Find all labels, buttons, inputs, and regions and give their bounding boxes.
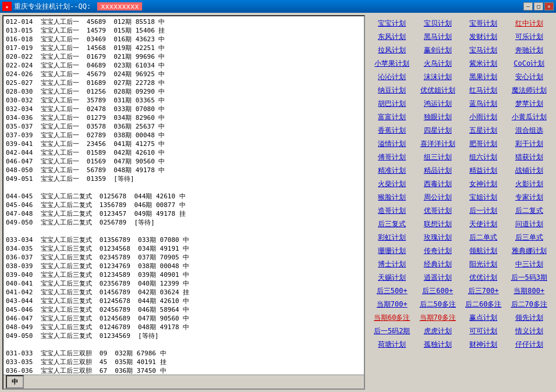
link-item[interactable]: 蓝鸟计划: [461, 98, 506, 110]
link-item[interactable]: 荷塘计划: [370, 338, 415, 351]
link-item[interactable]: 传奇计划: [416, 245, 461, 257]
link-item[interactable]: 彩干计划: [507, 138, 552, 150]
link-item[interactable]: 财神计划: [461, 338, 506, 351]
link-item[interactable]: CoCo计划: [507, 58, 552, 70]
link-item[interactable]: 东风计划: [370, 31, 415, 43]
link-item[interactable]: 红中计划: [507, 17, 552, 30]
link-item[interactable]: 虎虎计划: [416, 325, 461, 337]
link-item[interactable]: 组三计划: [416, 151, 461, 163]
link-item[interactable]: 天赐计划: [370, 272, 415, 284]
link-item[interactable]: 溢情计划: [370, 138, 415, 150]
link-item[interactable]: 混合组选: [507, 124, 552, 137]
link-item[interactable]: 后二单式: [461, 231, 506, 244]
link-item[interactable]: 后一5码2期: [370, 325, 415, 337]
maximize-button[interactable]: □: [534, 2, 543, 10]
link-item[interactable]: 领先计划: [507, 312, 552, 324]
link-item[interactable]: 奔驰计划: [507, 44, 552, 56]
link-item[interactable]: 纳豆计划: [370, 84, 415, 97]
link-item[interactable]: 小苹果计划: [370, 58, 415, 70]
link-item[interactable]: 领航计划: [461, 245, 506, 257]
link-item[interactable]: 精准计划: [370, 165, 415, 177]
link-item[interactable]: 富富计划: [370, 111, 415, 123]
link-item[interactable]: 安心计划: [507, 71, 552, 83]
link-item[interactable]: 鸿运计划: [416, 98, 461, 110]
link-item[interactable]: 宝姐计划: [461, 191, 506, 204]
link-item[interactable]: 优优计划: [461, 272, 506, 284]
link-item[interactable]: 西毒计划: [416, 178, 461, 190]
link-item[interactable]: 当期800+: [507, 285, 552, 297]
link-item[interactable]: 小雨计划: [461, 111, 506, 123]
link-item[interactable]: 孤独计划: [416, 338, 461, 351]
link-item[interactable]: 仔仔计划: [507, 338, 552, 351]
link-item[interactable]: 红马计划: [461, 84, 506, 97]
link-item[interactable]: 宝哥计划: [461, 17, 506, 30]
link-item[interactable]: 猴脸计划: [370, 191, 415, 204]
link-item[interactable]: 梦苹计划: [507, 98, 552, 110]
link-item[interactable]: 后二70多注: [507, 298, 552, 311]
link-item[interactable]: 五星计划: [461, 124, 506, 137]
link-item[interactable]: 拉风计划: [370, 44, 415, 56]
link-item[interactable]: 火影计划: [507, 178, 552, 190]
link-item[interactable]: 当期60多注: [370, 312, 415, 324]
link-item[interactable]: 紫米计划: [461, 58, 506, 70]
link-item[interactable]: 后一5码3期: [507, 272, 552, 284]
link-item[interactable]: 后三700+: [461, 285, 506, 297]
link-item[interactable]: 赢点计划: [461, 312, 506, 324]
link-item[interactable]: 优哥计划: [416, 205, 461, 217]
link-item[interactable]: 雅典娜计划: [507, 245, 552, 257]
link-item[interactable]: 后三500+: [370, 285, 415, 297]
left-scroll-area[interactable]: 012-014 宝宝人工后一 45689 012期 85518 中 013-01…: [3, 16, 364, 375]
link-item[interactable]: 小黄瓜计划: [507, 111, 552, 123]
link-item[interactable]: 魔法师计划: [507, 84, 552, 97]
link-item[interactable]: 四星计划: [416, 124, 461, 137]
minimize-button[interactable]: —: [523, 2, 533, 10]
link-item[interactable]: 肥哥计划: [461, 138, 506, 150]
link-item[interactable]: 精益计划: [461, 165, 506, 177]
link-item[interactable]: 后三复式: [370, 218, 415, 230]
link-item[interactable]: 联想计划: [416, 218, 461, 230]
link-item[interactable]: 黑果计划: [461, 71, 506, 83]
close-button[interactable]: ✕: [544, 2, 554, 10]
link-item[interactable]: 造哥计划: [370, 205, 415, 217]
link-item[interactable]: 当期70多注: [416, 312, 461, 324]
link-item[interactable]: 火柴计划: [370, 178, 415, 190]
link-item[interactable]: 傅哥计划: [370, 151, 415, 163]
link-item[interactable]: 宝贝计划: [416, 17, 461, 30]
link-item[interactable]: 喜洋洋计划: [416, 138, 461, 150]
link-item[interactable]: 专家计划: [507, 191, 552, 204]
link-item[interactable]: 发财计划: [461, 31, 506, 43]
link-item[interactable]: 后二60多注: [461, 298, 506, 311]
link-item[interactable]: 女神计划: [461, 178, 506, 190]
link-item[interactable]: 经典计划: [416, 258, 461, 270]
link-item[interactable]: 当期700+: [370, 298, 415, 311]
link-item[interactable]: 逍遥计划: [416, 272, 461, 284]
link-item[interactable]: 宝宝计划: [370, 17, 415, 30]
link-item[interactable]: 香蕉计划: [370, 124, 415, 137]
link-item[interactable]: 情义计划: [507, 325, 552, 337]
link-item[interactable]: 后三单式: [507, 231, 552, 244]
link-item[interactable]: 赢剑计划: [416, 44, 461, 56]
link-item[interactable]: 沁沁计划: [370, 71, 415, 83]
link-item[interactable]: 组六计划: [461, 151, 506, 163]
link-item[interactable]: 中三计划: [507, 258, 552, 270]
link-item[interactable]: 后二复式: [507, 205, 552, 217]
link-item[interactable]: 战铺计划: [507, 165, 552, 177]
link-item[interactable]: 玫瑰计划: [416, 231, 461, 244]
link-item[interactable]: 问道计划: [507, 218, 552, 230]
link-item[interactable]: 天使计划: [461, 218, 506, 230]
link-item[interactable]: 胡巴计划: [370, 98, 415, 110]
link-item[interactable]: 彩虹计划: [370, 231, 415, 244]
link-item[interactable]: 周公计划: [416, 191, 461, 204]
link-item[interactable]: 沫沫计划: [416, 71, 461, 83]
link-item[interactable]: 珊珊计划: [370, 245, 415, 257]
link-item[interactable]: 独眼计划: [416, 111, 461, 123]
link-item[interactable]: 后二50多注: [416, 298, 461, 311]
link-item[interactable]: 黑马计划: [416, 31, 461, 43]
link-item[interactable]: 可乐计划: [507, 31, 552, 43]
link-item[interactable]: 博士计划: [370, 258, 415, 270]
link-item[interactable]: 后三600+: [416, 285, 461, 297]
link-item[interactable]: 优优姐计划: [416, 84, 461, 97]
link-item[interactable]: 宝马计划: [461, 44, 506, 56]
link-item[interactable]: 猎获计划: [507, 151, 552, 163]
link-item[interactable]: 后一计划: [461, 205, 506, 217]
